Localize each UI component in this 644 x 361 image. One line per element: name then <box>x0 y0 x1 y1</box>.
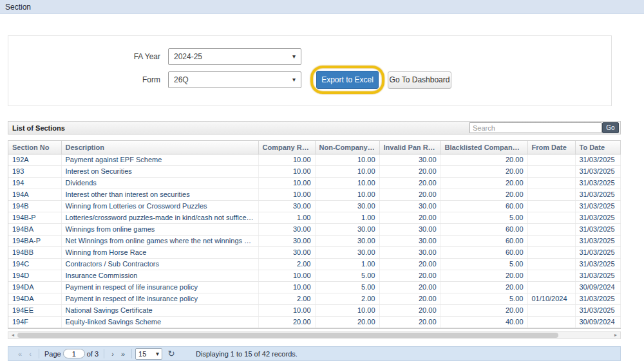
table-cell <box>527 165 575 177</box>
pager-separator <box>39 349 39 358</box>
horizontal-scrollbar[interactable]: ◂ ▸ <box>8 331 621 339</box>
col-header-section-no[interactable]: Section No <box>8 141 61 154</box>
table-cell: National Savings Certificate <box>61 304 258 316</box>
pager-separator <box>104 349 104 358</box>
table-cell: 30.00 <box>258 200 315 212</box>
table-cell: 31/03/2025 <box>575 258 620 270</box>
table-cell: 194B-P <box>8 212 61 223</box>
col-header-company-rate[interactable]: Company Rate <box>258 141 315 154</box>
table-cell: Payment in respect of life insurance pol… <box>61 281 258 293</box>
scroll-left-icon[interactable]: ◂ <box>8 332 17 338</box>
table-cell: 10.00 <box>315 189 379 200</box>
search-go-button[interactable]: Go <box>602 122 619 133</box>
col-header-to-date[interactable]: To Date <box>575 141 620 154</box>
table-cell: 20.00 <box>379 165 440 177</box>
table-row[interactable]: 194BA-PNet Winnings from online games wh… <box>8 235 620 246</box>
table-cell: 20.00 <box>440 165 527 177</box>
table-cell: 31/03/2025 <box>575 235 620 246</box>
table-row[interactable]: 194B-PLotteries/crossword puzzles-made i… <box>8 212 620 223</box>
table-header-row: Section No Description Company Rate Non-… <box>8 141 620 154</box>
table-row[interactable]: 194EENational Savings Certificate10.0010… <box>8 304 620 316</box>
table-row[interactable]: 194DAPayment in respect of life insuranc… <box>8 293 620 304</box>
table-cell <box>527 200 575 212</box>
table-cell: 194EE <box>8 304 61 316</box>
table-cell: 10.00 <box>258 304 315 316</box>
table-cell: Contractors / Sub Contractors <box>61 258 258 270</box>
page-size-value: 15 <box>138 350 146 358</box>
table-cell: 31/03/2025 <box>575 165 620 177</box>
table-row[interactable]: 194AInterest other than interest on secu… <box>8 189 620 200</box>
page-title: Section <box>5 3 31 12</box>
table-cell <box>527 246 575 258</box>
pager-status: Displaying 1 to 15 of 42 records. <box>196 350 298 358</box>
table-row[interactable]: 193Interest on Securities10.0010.0020.00… <box>8 165 620 177</box>
table-cell: Interest other than interest on securiti… <box>61 189 258 200</box>
page-number-input[interactable] <box>63 349 85 358</box>
table-cell: 30.00 <box>315 200 379 212</box>
col-header-from-date[interactable]: From Date <box>527 141 575 154</box>
table-row[interactable]: 194BAWinnings from online games30.0030.0… <box>8 223 620 235</box>
sections-table: Section No Description Company Rate Non-… <box>8 140 621 329</box>
table-cell: 30.00 <box>315 235 379 246</box>
table-row[interactable]: 194FEquity-linked Savings Scheme20.0020.… <box>8 316 620 328</box>
table-cell <box>527 270 575 281</box>
table-cell <box>527 281 575 293</box>
scroll-right-icon[interactable]: ▸ <box>611 332 620 338</box>
col-header-description[interactable]: Description <box>61 141 258 154</box>
table-cell: 2.00 <box>315 293 379 304</box>
table-row[interactable]: 194BBWinning from Horse Race30.0030.0030… <box>8 246 620 258</box>
pager-first-button[interactable]: « <box>15 348 25 360</box>
table-cell: 60.00 <box>440 200 527 212</box>
col-header-blacklisted-company-rate[interactable]: Blacklisted Company Rate <box>440 141 527 154</box>
pager-last-button[interactable]: » <box>118 348 128 360</box>
table-cell <box>527 258 575 270</box>
table-cell: 20.00 <box>379 212 440 223</box>
table-cell: 31/03/2025 <box>575 293 620 304</box>
table-row[interactable]: 194Dividends10.0010.0020.0020.0031/03/20… <box>8 177 620 189</box>
table-cell: 01/10/2024 <box>527 293 575 304</box>
table-cell: 30.00 <box>258 246 315 258</box>
export-to-excel-button[interactable]: Export to Excel <box>316 71 379 89</box>
search-input[interactable] <box>469 122 601 133</box>
table-cell: 20.00 <box>379 258 440 270</box>
go-to-dashboard-button[interactable]: Go To Dashboard <box>388 71 451 89</box>
table-cell: 60.00 <box>440 235 527 246</box>
table-cell: 194BB <box>8 246 61 258</box>
table-row[interactable]: 194DInsurance Commission10.005.0020.0020… <box>8 270 620 281</box>
page-size-select[interactable]: 15 ▾ <box>135 348 162 360</box>
table-row[interactable]: 192APayment against EPF Scheme10.0010.00… <box>8 154 620 165</box>
table-cell: 5.00 <box>440 258 527 270</box>
table-row[interactable]: 194CContractors / Sub Contractors2.001.0… <box>8 258 620 270</box>
table-cell: 20.00 <box>379 293 440 304</box>
table-cell: 30.00 <box>379 154 440 165</box>
fa-year-row: FA Year 2024-25 ▾ <box>8 48 301 66</box>
table-cell: 20.00 <box>440 304 527 316</box>
table-cell: 20.00 <box>258 316 315 328</box>
table-row[interactable]: 194DAPayment in respect of life insuranc… <box>8 281 620 293</box>
table-cell: 30.00 <box>258 235 315 246</box>
refresh-icon[interactable]: ↻ <box>166 348 176 360</box>
scrollbar-thumb[interactable] <box>17 333 558 338</box>
form-select[interactable]: 26Q ▾ <box>168 71 301 88</box>
col-header-invalid-pan-rate[interactable]: Invalid Pan Rate <box>379 141 440 154</box>
table-cell <box>527 223 575 235</box>
pager-of-label: of 3 <box>87 350 99 358</box>
table-cell <box>527 316 575 328</box>
table-row[interactable]: 194BWinning from Lotteries or Crossword … <box>8 200 620 212</box>
table-cell: 194 <box>8 177 61 189</box>
table-cell: 60.00 <box>440 223 527 235</box>
table-cell: Net Winnings from online games where the… <box>61 235 258 246</box>
pager-next-button[interactable]: › <box>108 348 118 360</box>
table-cell: 194A <box>8 189 61 200</box>
table-cell: 30/09/2024 <box>575 316 620 328</box>
col-header-non-company-rate[interactable]: Non-Company Rate <box>315 141 379 154</box>
chevron-down-icon: ▾ <box>156 351 159 357</box>
fa-year-select[interactable]: 2024-25 ▾ <box>168 48 301 65</box>
table-cell: 10.00 <box>258 177 315 189</box>
pager-prev-button[interactable]: ‹ <box>25 348 35 360</box>
table-cell <box>527 212 575 223</box>
table-cell: 194B <box>8 200 61 212</box>
table-cell: 31/03/2025 <box>575 246 620 258</box>
table-cell: 31/03/2025 <box>575 270 620 281</box>
table-cell: 20.00 <box>379 270 440 281</box>
